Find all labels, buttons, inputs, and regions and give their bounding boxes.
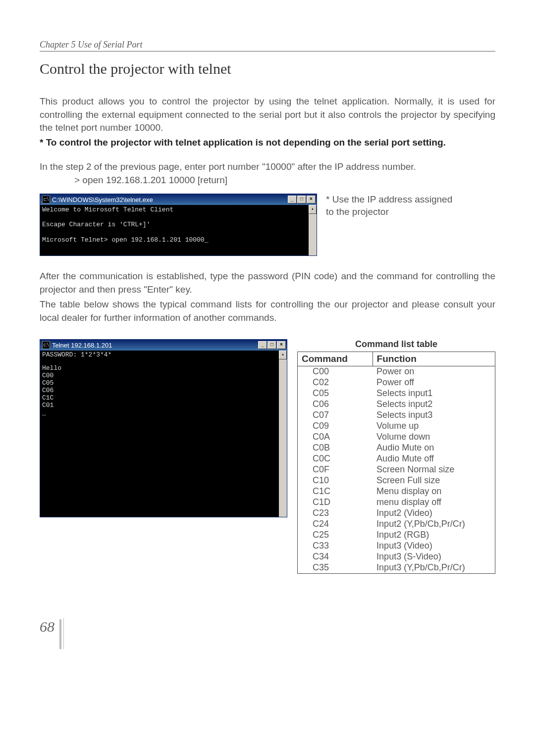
cell-command: C34 bbox=[298, 552, 373, 562]
table-row: C0BAudio Mute on bbox=[298, 443, 495, 454]
cell-command: C0A bbox=[298, 432, 373, 443]
close-button[interactable]: × bbox=[277, 341, 286, 349]
cell-command: C0B bbox=[298, 443, 373, 454]
maximize-button[interactable]: □ bbox=[297, 196, 306, 203]
document-page: Chapter 5 Use of Serial Port Control the… bbox=[0, 0, 535, 669]
cell-function: Audio Mute off bbox=[373, 454, 495, 464]
cell-command: C24 bbox=[298, 519, 373, 530]
table-row: C06Selects input2 bbox=[298, 399, 495, 410]
terminal2-line: C06 bbox=[42, 387, 285, 395]
cell-command: C25 bbox=[298, 530, 373, 541]
terminal-window-2: c:\ Telnet 192.168.1.201 _ □ × ▴ PASSWOR… bbox=[40, 339, 287, 517]
paragraph-table-intro: The table below shows the typical comman… bbox=[40, 298, 495, 324]
terminal2-body: ▴ PASSWORD: 1*2*3*4* Hello C00 C05 C06 C… bbox=[40, 351, 287, 517]
section-title: Control the projector with telnet bbox=[40, 60, 495, 77]
cell-function: Selects input3 bbox=[373, 410, 495, 421]
terminal-blank bbox=[42, 359, 285, 365]
table-row: C00Power on bbox=[298, 366, 495, 377]
scroll-up-icon[interactable]: ▴ bbox=[309, 205, 317, 214]
paragraph-intro: This product allows you to control the p… bbox=[40, 95, 495, 135]
cell-command: C33 bbox=[298, 541, 373, 552]
cell-function: menu display off bbox=[373, 497, 495, 508]
cell-function: Screen Normal size bbox=[373, 464, 495, 475]
terminal2-line: C00 bbox=[42, 372, 285, 380]
minimize-button[interactable]: _ bbox=[288, 196, 297, 203]
cell-command: C00 bbox=[298, 366, 373, 377]
note-bold: * To control the projector with telnet a… bbox=[40, 137, 495, 149]
cell-command: C1D bbox=[298, 497, 373, 508]
terminal-blank bbox=[42, 229, 315, 236]
minimize-button[interactable]: _ bbox=[258, 341, 267, 349]
page-number-bar bbox=[63, 618, 64, 649]
cell-function: Volume down bbox=[373, 432, 495, 443]
table-row: C02Power off bbox=[298, 377, 495, 388]
terminal1-body: ▴ Welcome to Microsoft Telnet Client Esc… bbox=[40, 205, 317, 255]
cell-function: Input2 (Y,Pb/Cb,Pr/Cr) bbox=[373, 519, 495, 530]
th-command: Command bbox=[298, 352, 373, 366]
terminal2-line: C1C bbox=[42, 395, 285, 402]
paragraph-after-comm: After the communication is established, … bbox=[40, 270, 495, 296]
terminal-blank bbox=[42, 214, 315, 221]
table-row: C0CAudio Mute off bbox=[298, 454, 495, 464]
command-table: Command Function C00Power onC02Power off… bbox=[297, 352, 495, 573]
cell-function: Input3 (S-Video) bbox=[373, 552, 495, 562]
page-number-wrap: 68 bbox=[40, 618, 495, 649]
table-caption: Command list table bbox=[297, 339, 495, 350]
maximize-button[interactable]: □ bbox=[268, 341, 276, 349]
window-buttons: _ □ × bbox=[288, 196, 316, 203]
cell-command: C23 bbox=[298, 508, 373, 519]
terminal2-titlebar: c:\ Telnet 192.168.1.201 _ □ × bbox=[40, 340, 287, 351]
cell-function: Input3 (Y,Pb/Cb,Pr/Cr) bbox=[373, 562, 495, 573]
cell-function: Input2 (RGB) bbox=[373, 530, 495, 541]
cell-function: Menu display on bbox=[373, 486, 495, 497]
table-row: C09Volume up bbox=[298, 421, 495, 432]
page-number: 68 bbox=[40, 619, 61, 649]
table-row: C35Input3 (Y,Pb/Cb,Pr/Cr) bbox=[298, 562, 495, 573]
cell-command: C07 bbox=[298, 410, 373, 421]
cell-function: Volume up bbox=[373, 421, 495, 432]
row-terminal1: c:\ C:\WINDOWS\System32\telnet.exe _ □ ×… bbox=[40, 194, 495, 256]
cell-function: Selects input1 bbox=[373, 388, 495, 399]
table-row: C24Input2 (Y,Pb/Cb,Pr/Cr) bbox=[298, 519, 495, 530]
cell-function: Audio Mute on bbox=[373, 443, 495, 454]
side-note-ip: * Use the IP address assigned to the pro… bbox=[326, 194, 455, 218]
th-function: Function bbox=[373, 352, 495, 366]
terminal1-line2: Escape Character is 'CTRL+]' bbox=[42, 221, 315, 229]
close-button[interactable]: × bbox=[307, 196, 316, 203]
table-row: C23Input2 (Video) bbox=[298, 508, 495, 519]
cell-function: Screen Full size bbox=[373, 475, 495, 486]
row-terminal2-table: c:\ Telnet 192.168.1.201 _ □ × ▴ PASSWOR… bbox=[40, 339, 495, 573]
cell-command: C05 bbox=[298, 388, 373, 399]
cell-function: Selects input2 bbox=[373, 399, 495, 410]
cell-command: C1C bbox=[298, 486, 373, 497]
cell-function: Input2 (Video) bbox=[373, 508, 495, 519]
command-example: > open 192.168.1.201 10000 [return] bbox=[74, 175, 495, 186]
terminal2-line: C01 bbox=[42, 402, 285, 409]
chapter-header: Chapter 5 Use of Serial Port bbox=[40, 40, 495, 51]
cell-function: Power on bbox=[373, 366, 495, 377]
terminal1-titlebar: c:\ C:\WINDOWS\System32\telnet.exe _ □ × bbox=[40, 194, 317, 205]
cell-command: C06 bbox=[298, 399, 373, 410]
table-header-row: Command Function bbox=[298, 352, 495, 366]
terminal2-line: _ bbox=[42, 409, 285, 417]
scrollbar[interactable]: ▴ bbox=[309, 205, 317, 255]
table-row: C1CMenu display on bbox=[298, 486, 495, 497]
cell-command: C09 bbox=[298, 421, 373, 432]
cell-function: Power off bbox=[373, 377, 495, 388]
table-row: C05Selects input1 bbox=[298, 388, 495, 399]
cell-command: C35 bbox=[298, 562, 373, 573]
table-row: C0AVolume down bbox=[298, 432, 495, 443]
terminal1-line1: Welcome to Microsoft Telnet Client bbox=[42, 206, 315, 214]
terminal2-line: C05 bbox=[42, 380, 285, 387]
terminal-window-1: c:\ C:\WINDOWS\System32\telnet.exe _ □ ×… bbox=[40, 194, 317, 256]
terminal1-title: C:\WINDOWS\System32\telnet.exe bbox=[52, 196, 288, 203]
terminal2-title: Telnet 192.168.1.201 bbox=[52, 342, 258, 349]
cell-command: C0C bbox=[298, 454, 373, 464]
table-row: C0FScreen Normal size bbox=[298, 464, 495, 475]
scroll-up-icon[interactable]: ▴ bbox=[279, 351, 287, 359]
cell-function: Input3 (Video) bbox=[373, 541, 495, 552]
cell-command: C10 bbox=[298, 475, 373, 486]
window-buttons: _ □ × bbox=[258, 341, 286, 349]
table-row: C25Input2 (RGB) bbox=[298, 530, 495, 541]
scrollbar[interactable]: ▴ bbox=[279, 351, 287, 517]
